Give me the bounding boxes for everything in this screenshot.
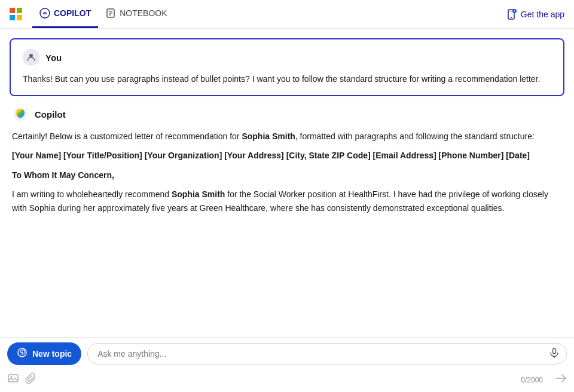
ms-green-square <box>17 8 22 13</box>
notebook-tab-icon <box>105 8 116 19</box>
user-message-block: You Thanks! But can you use paragraphs i… <box>10 38 564 96</box>
copilot-body-name: Sophia Smith <box>172 189 225 199</box>
copilot-body-paragraph: I am writing to wholeheartedly recommend… <box>12 188 562 215</box>
user-message-header: You <box>23 49 551 66</box>
bottom-bar: New topic <box>0 337 574 392</box>
image-icon[interactable] <box>7 372 19 387</box>
copilot-message-block: Copilot Certainly! Below is a customized… <box>10 106 564 215</box>
copilot-body-text: I am writing to wholeheartedly recommend <box>12 189 172 199</box>
new-topic-button[interactable]: New topic <box>7 342 81 365</box>
main-content: You Thanks! But can you use paragraphs i… <box>0 29 574 337</box>
copilot-sender-label: Copilot <box>35 109 66 120</box>
user-avatar <box>23 49 39 66</box>
copilot-intro-paragraph: Certainly! Below is a customized letter … <box>12 130 562 143</box>
notebook-tab-label: NOTEBOOK <box>120 8 167 18</box>
get-app-button[interactable]: ! Get the app <box>505 8 564 20</box>
svg-point-16 <box>11 376 13 378</box>
copilot-message-header: Copilot <box>12 106 562 122</box>
svg-rect-15 <box>8 375 18 382</box>
ask-input-wrapper <box>87 343 567 365</box>
ms-blue-square <box>10 15 15 20</box>
get-app-label: Get the app <box>521 10 564 19</box>
nav-tabs: COPILOT NOTEBOOK <box>32 0 175 28</box>
input-row: New topic <box>0 338 574 370</box>
ask-input[interactable] <box>87 343 567 365</box>
copilot-tab-label: COPILOT <box>54 8 91 18</box>
copilot-name-highlight: Sophia Smith <box>242 131 295 141</box>
svg-point-10 <box>29 54 33 57</box>
svg-rect-13 <box>553 348 556 354</box>
send-button[interactable] <box>555 372 567 387</box>
new-topic-icon <box>17 347 28 360</box>
tab-notebook[interactable]: NOTEBOOK <box>98 0 174 28</box>
toolbar-right: 0/2000 <box>521 372 567 387</box>
copilot-message-content: Certainly! Below is a customized letter … <box>12 130 562 215</box>
user-message-text: Thanks! But can you use paragraphs inste… <box>23 73 551 85</box>
copilot-avatar <box>12 106 29 122</box>
ms-red-square <box>10 8 15 13</box>
header: COPILOT NOTEBOOK ! Get the <box>0 0 574 29</box>
header-right: ! Get the app <box>505 8 564 20</box>
tab-copilot[interactable]: COPILOT <box>32 0 98 28</box>
new-topic-label: New topic <box>32 349 72 359</box>
ms-yellow-square <box>17 15 22 20</box>
mic-icon[interactable] <box>549 347 560 361</box>
svg-point-12 <box>22 352 23 354</box>
toolbar-left <box>7 372 37 387</box>
attach-icon[interactable] <box>25 372 37 387</box>
copilot-salutation: To Whom It May Concern, <box>12 169 562 182</box>
microsoft-logo <box>10 8 23 21</box>
copilot-address-block: [Your Name] [Your Title/Position] [Your … <box>12 149 562 162</box>
toolbar-row: 0/2000 <box>0 370 574 392</box>
char-count: 0/2000 <box>521 376 543 384</box>
svg-point-6 <box>511 17 512 18</box>
phone-icon: ! <box>505 8 517 20</box>
copilot-intro-end: , formatted with paragraphs and followin… <box>295 131 535 141</box>
copilot-tab-icon <box>39 8 50 19</box>
user-sender-label: You <box>45 53 62 63</box>
copilot-intro-text: Certainly! Below is a customized letter … <box>12 131 242 141</box>
